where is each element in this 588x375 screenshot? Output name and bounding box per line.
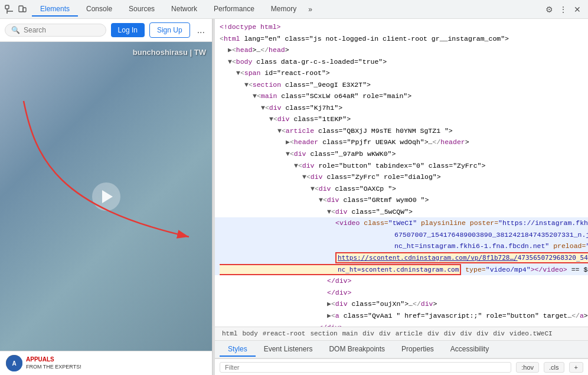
browser-bottom: A APPUALS FROM THE EXPERTS! xyxy=(0,351,212,375)
tree-line[interactable]: ▼<div class="1tEKP"> xyxy=(215,113,588,125)
tab-elements[interactable]: Elements xyxy=(32,2,78,17)
inspect-icon[interactable] xyxy=(5,5,14,14)
search-icon: 🔍 xyxy=(11,26,20,34)
breadcrumb-item[interactable]: div xyxy=(491,330,507,337)
bottom-tab-dom-breakpoints[interactable]: DOM Breakpoints xyxy=(321,343,393,357)
tree-line[interactable]: </div> xyxy=(215,275,588,287)
breadcrumb-item[interactable]: body xyxy=(240,330,260,337)
breadcrumb-item[interactable]: main xyxy=(340,330,360,337)
hov-filter-button[interactable]: :hov xyxy=(516,362,539,373)
tab-performance[interactable]: Performance xyxy=(205,2,263,17)
tree-line[interactable]: ▶<header class="Ppjfr UE9AK wdOqh">…</he… xyxy=(215,136,588,148)
tree-line[interactable]: <html lang="en" class="js not-logged-in … xyxy=(215,33,588,45)
video-container: bunchoshirasu | TW xyxy=(0,42,212,351)
tree-line[interactable]: ▼<article class="QBXjJ M9sTE h0YNM SgTZ1… xyxy=(215,125,588,137)
video-title: bunchoshirasu | TW xyxy=(133,48,206,57)
breadcrumb-item[interactable]: section xyxy=(308,330,339,337)
devtools-nav-icons xyxy=(5,5,27,14)
breadcrumb-item[interactable]: div xyxy=(360,330,377,337)
tab-overflow-btn[interactable]: » xyxy=(305,3,316,16)
tree-line[interactable]: ▼<div class="GRtmf wymO0 "> xyxy=(215,194,588,206)
breadcrumb-item[interactable]: video.tWeCI xyxy=(507,330,555,337)
browser-more-icon[interactable]: ... xyxy=(195,25,207,35)
appuals-logo-svg: A xyxy=(6,355,22,371)
breadcrumb-item[interactable]: html xyxy=(220,330,240,337)
search-input[interactable] xyxy=(24,26,100,34)
logo-tagline: FROM THE EXPERTS! xyxy=(26,364,81,370)
tree-line[interactable]: ▼<div class="ZyFrc" role="dialog"> xyxy=(215,171,588,183)
settings-icon[interactable]: ⚙ xyxy=(543,4,555,15)
bottom-tab-accessibility[interactable]: Accessibility xyxy=(442,343,497,357)
tree-line[interactable]: ▶<a class="QvAa1 " href="javascript:;" r… xyxy=(215,310,588,322)
tree-line[interactable]: ▼<div role="button" tabindex="0" class="… xyxy=(215,160,588,172)
filter-input[interactable] xyxy=(220,362,511,373)
tree-line[interactable]: ▼<div class="_97aPb wKWK0"> xyxy=(215,148,588,160)
breadcrumb-item[interactable]: div xyxy=(458,330,475,337)
logo-icon: A xyxy=(6,355,22,371)
tree-line[interactable]: ▼<div class="OAXCp "> xyxy=(215,183,588,195)
bottom-tab-bar: StylesEvent ListenersDOM BreakpointsProp… xyxy=(215,341,588,358)
svg-rect-3 xyxy=(19,6,23,12)
tree-line[interactable]: <video class="tWeCI" playsinline poster=… xyxy=(215,217,588,252)
tree-line[interactable]: ▼<body class data-gr-c-s-loaded="true"> xyxy=(215,56,588,68)
search-box[interactable]: 🔍 xyxy=(5,24,106,37)
breadcrumb-item[interactable]: #react-root xyxy=(260,330,308,337)
tree-line[interactable]: ▶<head>…</head> xyxy=(215,44,588,56)
signup-button[interactable]: Sign Up xyxy=(149,22,190,38)
svg-rect-0 xyxy=(5,5,9,9)
svg-text:A: A xyxy=(12,360,16,367)
login-button[interactable]: Log In xyxy=(111,23,145,37)
svg-rect-4 xyxy=(23,8,26,12)
device-icon[interactable] xyxy=(18,5,27,14)
tree-line[interactable]: https://scontent.cdninstagram.com/vp/8f1… xyxy=(215,252,588,275)
logo-name: APPUALS xyxy=(26,356,54,363)
tree-line[interactable]: ▼<main class="SCxLW o64aR" role="main"> xyxy=(215,90,588,102)
more-options-icon[interactable]: ⋮ xyxy=(557,4,569,15)
breadcrumb-item[interactable]: div xyxy=(377,330,393,337)
breadcrumb-item[interactable]: div xyxy=(442,330,458,337)
bottom-tab-properties[interactable]: Properties xyxy=(393,343,442,357)
tree-line[interactable]: ▼<div class="Kj7h1"> xyxy=(215,102,588,114)
browser-toolbar: 🔍 Log In Sign Up ... xyxy=(0,19,212,42)
play-button[interactable] xyxy=(92,182,120,211)
tab-sources[interactable]: Sources xyxy=(120,2,163,17)
tree-line[interactable]: </div> xyxy=(215,287,588,299)
logo-text: APPUALS FROM THE EXPERTS! xyxy=(26,356,81,370)
breadcrumb-item[interactable]: div xyxy=(474,330,491,337)
tab-console[interactable]: Console xyxy=(78,2,120,17)
cls-filter-button[interactable]: .cls xyxy=(544,362,564,373)
tree-line[interactable]: ▶<div class="oujXn">…</div> xyxy=(215,298,588,310)
breadcrumb-item[interactable]: div xyxy=(425,330,442,337)
tree-line[interactable]: ▼<span id="react-root"> xyxy=(215,67,588,79)
devtools-tab-bar: Elements Console Sources Network Perform… xyxy=(32,2,538,17)
tree-line[interactable]: ▼<section class="_9eogI E3X2T"> xyxy=(215,79,588,91)
tab-memory[interactable]: Memory xyxy=(263,2,305,17)
close-icon[interactable]: ✕ xyxy=(571,4,583,15)
devtools-actions: ⚙ ⋮ ✕ xyxy=(543,4,583,15)
main-container: 🔍 Log In Sign Up ... bunchoshirasu | TW xyxy=(0,19,588,375)
bottom-tab-styles[interactable]: Styles xyxy=(220,343,256,357)
logo-area: A APPUALS FROM THE EXPERTS! xyxy=(6,355,81,371)
devtools-topbar: Elements Console Sources Network Perform… xyxy=(0,0,588,19)
tab-network[interactable]: Network xyxy=(163,2,205,17)
tree-line[interactable]: </div> xyxy=(215,322,588,327)
html-tree[interactable]: <!doctype html><html lang="en" class="js… xyxy=(215,19,588,327)
breadcrumb-bar: html body #react-root section main div d… xyxy=(215,327,588,341)
filter-bar: :hov .cls + xyxy=(215,358,588,375)
tree-line[interactable]: ▼<div class="_5wCQW"> xyxy=(215,206,588,218)
tree-line[interactable]: <!doctype html> xyxy=(215,21,588,33)
add-style-button[interactable]: + xyxy=(569,362,583,373)
bottom-tab-event-listeners[interactable]: Event Listeners xyxy=(256,343,321,357)
devtools-elements-panel: <!doctype html><html lang="en" class="js… xyxy=(215,19,588,375)
annotation-arrow xyxy=(0,42,212,296)
browser-panel: 🔍 Log In Sign Up ... bunchoshirasu | TW xyxy=(0,19,213,375)
breadcrumb-item[interactable]: article xyxy=(393,330,425,337)
